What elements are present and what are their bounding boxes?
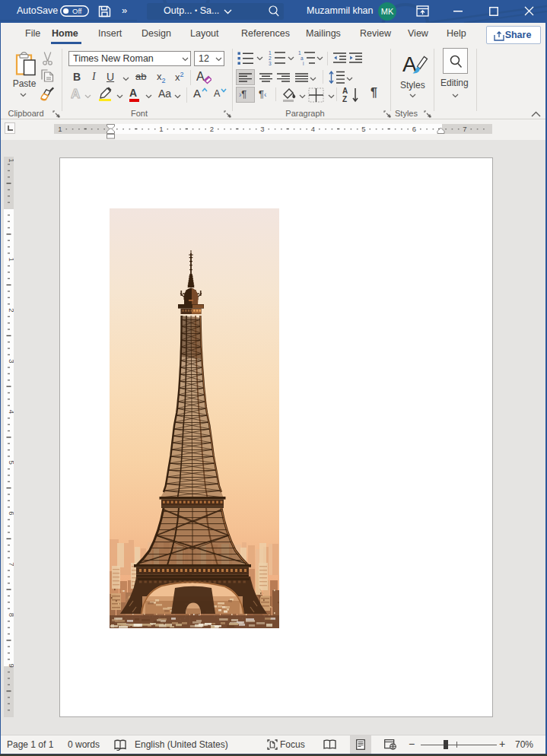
svg-text:A: A [342,87,348,95]
svg-text:3: 3 [8,359,14,363]
svg-text:8: 8 [8,613,14,617]
svg-text:1: 1 [159,125,163,133]
svg-text:i: i [303,61,304,65]
svg-text:A: A [196,70,205,83]
svg-text:1: 1 [269,50,272,56]
svg-text:2: 2 [269,56,272,61]
svg-text:7: 7 [8,562,14,566]
svg-text:Z: Z [342,95,347,103]
svg-text:5: 5 [8,461,14,465]
svg-text:7: 7 [463,125,466,133]
svg-text:2: 2 [210,125,214,133]
svg-text:1: 1 [8,158,14,162]
svg-text:a: a [301,56,304,61]
svg-text:5: 5 [361,125,365,133]
svg-text:Off: Off [72,7,82,15]
svg-text:1: 1 [8,258,14,262]
svg-text:9: 9 [8,664,14,668]
svg-text:1: 1 [298,50,301,56]
svg-text:6: 6 [8,511,14,515]
svg-text:3: 3 [260,125,264,133]
svg-text:4: 4 [311,125,315,133]
svg-text:2: 2 [8,308,14,312]
svg-text:1: 1 [58,125,62,133]
svg-text:A: A [71,87,80,100]
svg-text:6: 6 [412,125,416,133]
svg-text:3: 3 [269,61,272,65]
svg-text:4: 4 [8,410,14,414]
